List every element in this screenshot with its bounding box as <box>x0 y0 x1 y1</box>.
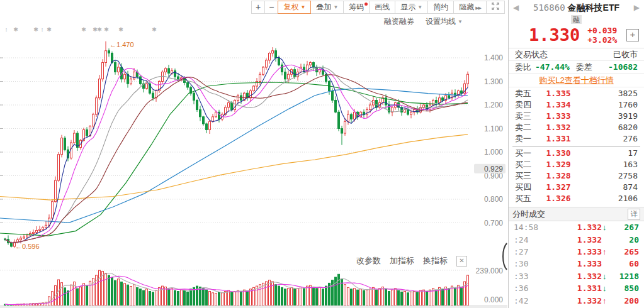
horizontal-scrollbar[interactable] <box>0 305 507 308</box>
candle-body <box>26 235 28 237</box>
up-arrow-icon: ↑ <box>602 247 610 256</box>
pane-button-0[interactable]: 改参数 <box>356 255 381 267</box>
ask-price: 1.331 <box>538 133 579 145</box>
candle-body <box>347 114 349 121</box>
volume-bar <box>319 287 321 305</box>
panel-collapse-handle[interactable] <box>500 243 507 272</box>
ask-row: 卖四1.3341760 <box>509 99 644 111</box>
volume-bar <box>373 287 375 305</box>
ask-label: 卖四 <box>515 99 538 111</box>
ask-qty: 276 <box>579 133 638 145</box>
toolbar-button-zoom-in[interactable]: + <box>251 1 265 14</box>
volume-bar <box>401 292 403 305</box>
volume-bar <box>99 270 101 305</box>
tick-volume: 265 <box>610 247 639 256</box>
candle-body <box>162 72 164 82</box>
volume-bar <box>455 287 456 305</box>
toolbar-button-label: 显示 <box>400 3 415 11</box>
tick-volume: 850 <box>610 283 639 293</box>
candle-body <box>354 112 356 119</box>
volume-bar <box>461 287 463 306</box>
buy-l2-link[interactable]: 购买L2查看十档行情 <box>509 74 644 87</box>
tick-row: :331.332↓1218 <box>509 270 644 282</box>
price-axis-label: 1.100 <box>484 124 503 133</box>
pane-button-2[interactable]: 换指标 <box>423 255 448 267</box>
price-axis-label: 0.800 <box>484 195 503 204</box>
toolbar-button-label: 复权 <box>283 3 298 11</box>
toolbar-link-margin-trading[interactable]: 融资融券 <box>384 16 414 27</box>
volume-bar <box>240 292 242 306</box>
candle-body <box>285 72 286 79</box>
candle-body <box>11 243 13 246</box>
candle-body <box>288 74 290 79</box>
candle-body <box>23 237 25 238</box>
tick-row: :301.33360 <box>509 258 644 270</box>
toolbar-button-display[interactable]: 显示▼ <box>395 1 428 14</box>
candle-body <box>64 138 66 150</box>
toolbar-button-chip-distribution[interactable]: 筹码 <box>343 1 370 14</box>
toolbar-button-adjust-price[interactable]: 复权▼ <box>278 1 311 14</box>
tick-price: 1.333 <box>541 247 602 256</box>
volume-bar <box>376 290 378 305</box>
volume-bar <box>436 290 438 305</box>
volume-bar <box>168 289 170 305</box>
prev-stock-arrow-icon[interactable]: ◀ <box>513 3 519 12</box>
toolbar-button-label: 画线 <box>375 3 390 11</box>
toolbar-button-simple-mode[interactable]: 简约 <box>427 1 454 14</box>
volume-bar <box>86 285 88 305</box>
volume-bar <box>388 292 390 306</box>
last-price: 1.330 <box>529 25 580 45</box>
volume-bar <box>127 285 129 305</box>
volume-bar <box>448 289 450 305</box>
candle-body <box>281 65 283 72</box>
volume-bar <box>187 292 189 305</box>
pane-button-1[interactable]: 加指标 <box>390 255 414 267</box>
add-to-watchlist-button[interactable]: + <box>626 29 639 41</box>
tick-price: 1.332 <box>541 272 602 281</box>
ask-qty: 1760 <box>579 99 638 111</box>
candle-body <box>234 101 236 110</box>
volume-bar <box>146 289 148 305</box>
volume-bar <box>171 289 173 305</box>
change-value: +0.039 <box>587 26 617 35</box>
toolbar-button-overlay[interactable]: 叠加▼ <box>310 1 344 14</box>
toolbar-link-ma-settings[interactable]: 设置均线▼ <box>426 16 463 27</box>
price-axis-label: 0.700 <box>484 219 503 228</box>
event-marker-icon: ✱ <box>104 26 109 33</box>
volume-bar <box>111 278 113 306</box>
candle-body <box>256 82 258 87</box>
toolbar-button-hide[interactable]: 隐藏▶▶ <box>453 1 487 14</box>
bid-row: 买四1.327874 <box>509 182 644 193</box>
bid-qty: 2758 <box>579 170 638 182</box>
price-axis-label: 1.000 <box>484 148 503 157</box>
pane-close-button[interactable]: ✕ <box>456 256 467 267</box>
volume-bar <box>105 273 107 306</box>
candle-body <box>442 98 444 101</box>
volume-bar <box>297 289 299 305</box>
tick-price: 1.332 <box>541 296 602 305</box>
volume-bar <box>414 292 415 306</box>
candle-body <box>152 93 154 98</box>
candle-body <box>212 117 214 122</box>
next-stock-arrow-icon[interactable]: ▶ <box>634 3 640 12</box>
weibi-label: 委比 <box>515 62 531 73</box>
volume-bar <box>225 292 227 306</box>
volume-bar <box>344 285 346 305</box>
time-sales-detail-button[interactable]: 详 <box>628 209 640 220</box>
toolbar-button-zoom-out[interactable]: − <box>264 1 278 14</box>
toolbar-button-label: 叠加 <box>316 3 331 11</box>
candle-body <box>140 77 142 84</box>
toolbar-button-fullscreen[interactable] <box>486 1 505 14</box>
ma-line-MA10 <box>5 65 468 243</box>
toolbar-button-label: − <box>269 2 274 12</box>
volume-bar <box>155 290 157 305</box>
candle-body <box>410 112 412 114</box>
toolbar-button-draw-line[interactable]: 画线 <box>369 1 395 14</box>
volume-bar <box>407 293 409 305</box>
toolbar-link-label: 融资融券 <box>384 17 414 26</box>
event-marker-icon: ✱ <box>13 26 18 33</box>
ask-price: 1.332 <box>538 122 579 133</box>
candle-body <box>341 129 343 134</box>
volume-bar <box>458 285 460 305</box>
sell-levels: 卖五1.3353825卖四1.3341760卖三1.3333919卖二1.332… <box>509 87 644 145</box>
